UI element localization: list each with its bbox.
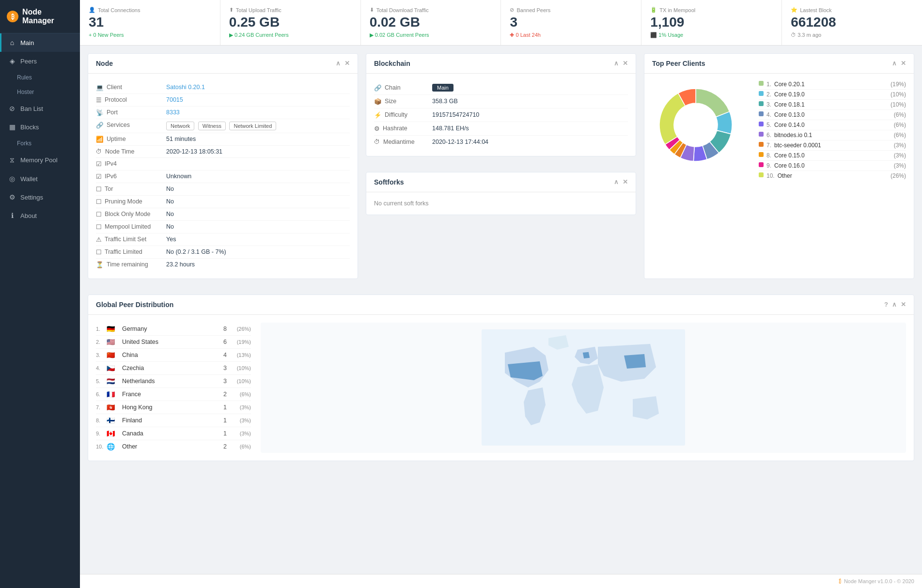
softforks-collapse-icon[interactable]: ∧ [614,178,619,186]
sidebar-item-settings[interactable]: ⚙ Settings [0,188,80,206]
peer-name: Core 0.18.1 [774,101,891,108]
badge-network-limited: Network Limited [229,122,276,130]
peer-name: Core 0.13.0 [774,111,894,118]
node-panel: Node ∧ ✕ 💻 Client Satoshi 0.20.1 [88,53,358,279]
peer-list-item: 8. Core 0.15.0 (3%) [759,151,906,161]
peer-list-item: 10. Other (26%) [759,171,906,181]
gpd-list-item: 7. 🇭🇰 Hong Kong 1 (3%) [96,401,251,414]
blockchain-collapse-icon[interactable]: ∧ [614,60,619,67]
bc-val-difficulty: 19157154724710 [432,111,479,119]
gpd-collapse-icon[interactable]: ∧ [892,301,897,308]
sidebar-item-banlist[interactable]: ⊘ Ban List [0,99,80,118]
gpd-title: Global Peer Distribution [96,301,173,309]
protocol-icon: ☰ [96,96,102,104]
gpd-count: 2 [212,443,227,450]
peer-rank: 10. [766,172,775,179]
node-panel-body: 💻 Client Satoshi 0.20.1 ☰ Protocol 70015 [88,74,358,279]
gpd-body: 1. 🇩🇪 Germany 8 (26%) 2. 🇺🇸 United State… [88,315,914,461]
gpd-country: China [122,352,212,358]
node-val-trafficlimitset: Yes [166,236,350,243]
ban-icon: ⊘ [8,105,16,112]
badge-network: Network [166,122,194,130]
download-icon: ⬇ [370,7,374,13]
peer-pct: (10%) [891,101,906,108]
peer-rank: 6. [766,132,771,139]
sidebar-item-rules[interactable]: Rules [0,70,80,85]
sidebar-item-wallet[interactable]: ◎ Wallet [0,170,80,188]
node-key-port: 📡 Port [96,109,166,116]
softforks-panel-body: No current soft forks [366,192,636,215]
uptime-icon: 📶 [96,136,104,143]
peer-name: Core 0.19.0 [774,91,891,98]
app-logo: ₿ Node Manager [0,0,80,33]
ipv6-icon: ☑ [96,173,102,180]
sidebar-label-rules: Rules [17,74,32,81]
softforks-close-icon[interactable]: ✕ [623,178,628,186]
stat-mempool-label: 🔋 TX in Mempool [650,7,773,13]
stat-upload-sub: ▶ 0.24 GB Current Peers [229,32,352,38]
peer-list: 1. Core 0.20.1 (19%) 2. Core 0.19.0 (10%… [759,79,906,181]
peer-pct: (3%) [894,162,906,169]
client-icon: 💻 [96,84,104,91]
gpd-rank: 10. [96,444,107,449]
blocks-icon: ▦ [8,123,16,131]
donut-svg [652,81,739,169]
sidebar-label-banlist: Ban List [20,105,43,112]
node-val-uptime: 51 minutes [166,136,350,142]
node-row-trafficlimitset: ⚠ Traffic Limit Set Yes [96,233,350,246]
stat-block-label: ⭐ Lastest Block [791,7,913,13]
gpd-count: 4 [212,352,227,358]
peer-list-item: 3. Core 0.18.1 (10%) [759,100,906,110]
node-collapse-icon[interactable]: ∧ [336,60,341,67]
peer-collapse-icon[interactable]: ∧ [892,60,897,67]
gpd-flag: 🇫🇷 [107,390,118,398]
trafficlimited-icon: ☐ [96,248,102,256]
sidebar-item-forks[interactable]: Forks [0,136,80,151]
sidebar-item-blocks[interactable]: ▦ Blocks [0,118,80,136]
person-icon: 👤 [89,7,95,13]
stats-bar: 👤 Total Connections 31 + 0 New Peers ⬆ T… [80,0,922,46]
sidebar-item-peers[interactable]: ◈ Peers [0,52,80,70]
bc-val-mediantime: 2020-12-13 17:44:04 [432,139,488,145]
sidebar-item-hoster[interactable]: Hoster [0,85,80,99]
gpd-close-icon[interactable]: ✕ [901,301,906,308]
size-icon: 📦 [374,98,382,105]
peer-clients-controls: ∧ ✕ [892,60,906,67]
stat-upload-value: 0.25 GB [229,15,352,30]
blockchain-panel: Blockchain ∧ ✕ 🔗 Chain Main [366,53,636,156]
node-row-pruning: ☐ Pruning Mode No [96,196,350,208]
nodetime-icon: ⏱ [96,148,102,155]
bc-val-chain: Main [432,84,453,92]
peer-close-icon[interactable]: ✕ [901,60,906,67]
sidebar-item-about[interactable]: ℹ About [0,206,80,225]
gpd-pct: (19%) [227,339,251,345]
node-val-blockonly: No [166,211,350,217]
gpd-count: 1 [212,417,227,424]
softforks-panel: Softforks ∧ ✕ No current soft forks [366,172,636,215]
peer-pct: (19%) [891,81,906,88]
peer-clients-body: 1. Core 0.20.1 (19%) 2. Core 0.19.0 (10%… [644,74,914,186]
gpd-rank: 6. [96,391,107,397]
sidebar-label-wallet: Wallet [20,175,38,183]
softforks-message: No current soft forks [374,200,429,207]
gpd-country: Other [122,443,212,450]
node-key-ipv4: ☑ IPv4 [96,160,166,168]
gpd-help-icon[interactable]: ? [884,301,888,308]
peer-list-item: 4. Core 0.13.0 (6%) [759,110,906,120]
node-key-uptime: 📶 Uptime [96,136,166,143]
bc-key-mediantime: ⏱ Mediantime [374,139,432,145]
app-title: Node Manager [22,8,73,25]
sidebar-label-settings: Settings [20,194,43,201]
sidebar-item-main[interactable]: ⌂ Main [0,33,80,52]
blockchain-close-icon[interactable]: ✕ [623,60,628,67]
peer-rank: 8. [766,152,771,159]
node-row-timeremaining: ⏳ Time remaining 23.2 hours [96,259,350,271]
gpd-map [261,323,906,453]
peer-list-item: 6. bitnodes.io 0.1 (6%) [759,130,906,140]
blockchain-title: Blockchain [374,60,410,67]
donut-chart [652,81,749,178]
softforks-panel-header: Softforks ∧ ✕ [366,172,636,192]
node-close-icon[interactable]: ✕ [344,60,350,67]
peer-pct: (6%) [894,122,906,128]
sidebar-item-memorypool[interactable]: ⧖ Memory Pool [0,151,80,170]
